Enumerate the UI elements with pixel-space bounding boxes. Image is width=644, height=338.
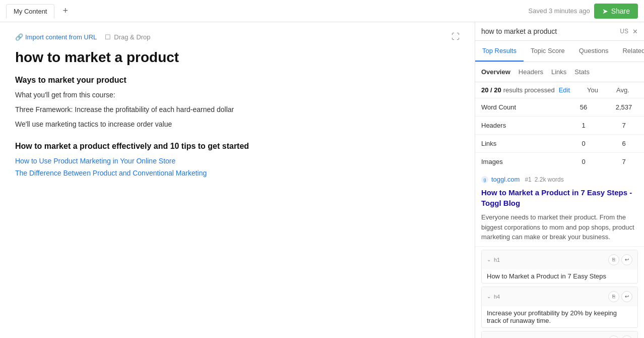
results-count: 20 / 20 <box>481 86 501 94</box>
checkbox-icon: ☐ <box>105 33 111 41</box>
source-domain-link[interactable]: toggl.com <box>491 176 520 183</box>
stat-label: Images <box>475 153 563 171</box>
header-item: ⌄ h2 ⎘ ↩ The challenges of bringing a ne… <box>481 331 638 339</box>
header-action-icons: ⎘ ↩ <box>608 291 632 302</box>
stat-you: 0 <box>563 153 604 171</box>
chevron-icon[interactable]: ⌄ <box>487 294 491 299</box>
top-bar: My Content + Saved 3 minutes ago ➤ Share <box>0 0 644 22</box>
header-item-top: ⌄ h2 ⎘ ↩ <box>482 331 637 339</box>
section-2-heading: How to market a product effectively and … <box>15 142 460 151</box>
results-row: 20 / 20 results processed Edit You Avg. <box>475 82 644 98</box>
sub-tab-stats[interactable]: Stats <box>574 66 590 78</box>
my-content-tab[interactable]: My Content <box>6 4 54 19</box>
stat-avg: 7 <box>604 117 644 135</box>
right-panel: US ✕ Top Results Topic Score Questions R… <box>475 22 644 338</box>
col-you-header: You <box>577 86 608 94</box>
search-locale: US <box>620 28 628 35</box>
table-row: Headers 1 7 <box>475 117 644 135</box>
edit-link[interactable]: Edit <box>559 86 570 94</box>
table-row: Links 0 6 <box>475 135 644 153</box>
share-label: Share <box>611 7 630 15</box>
panel-tabs: Top Results Topic Score Questions Relate… <box>475 41 644 62</box>
section-1-p2: Three Framework: Increase the profitabil… <box>15 104 460 115</box>
search-input[interactable] <box>481 27 616 35</box>
stat-label: Word Count <box>475 98 563 117</box>
section-2-link-1[interactable]: How to Use Product Marketing in Your Onl… <box>15 157 460 165</box>
editor-toolbar: 🔗 Import content from URL ☐ Drag & Drop … <box>15 32 460 41</box>
stat-you: 56 <box>563 98 604 117</box>
copy-icon[interactable]: ⎘ <box>608 291 619 302</box>
sub-tab-links[interactable]: Links <box>551 66 566 78</box>
fullscreen-button[interactable]: ⛶ <box>452 32 460 41</box>
link-icon: 🔗 <box>15 33 23 41</box>
results-list: g toggl.com #1 2.2k words How to Market … <box>475 171 644 338</box>
result-source-row: g toggl.com #1 2.2k words <box>475 171 644 185</box>
search-clear-icon[interactable]: ✕ <box>632 28 638 35</box>
tab-related[interactable]: Related <box>615 41 644 62</box>
header-item: ⌄ h4 ⎘ ↩ Increase your profitability by … <box>481 287 638 328</box>
editor-panel: 🔗 Import content from URL ☐ Drag & Drop … <box>0 22 475 338</box>
insert-icon[interactable]: ↩ <box>621 254 632 265</box>
editor-title: how to market a product <box>15 49 460 66</box>
header-action-icons: ⎘ ↩ <box>608 254 632 265</box>
editor-section-1: Ways to market your product What you'll … <box>15 76 460 130</box>
header-item-top: ⌄ h4 ⎘ ↩ <box>482 287 637 306</box>
source-favicon: g <box>481 176 488 183</box>
saved-status: Saved 3 minutes ago <box>529 7 590 15</box>
source-rank: #1 <box>525 176 531 183</box>
header-text: Increase your profitability by 20% by ke… <box>482 306 637 327</box>
sub-tabs: Overview Headers Links Stats <box>475 62 644 82</box>
header-item: ⌄ h1 ⎘ ↩ How to Market a Product in 7 Ea… <box>481 250 638 284</box>
insert-icon[interactable]: ↩ <box>621 291 632 302</box>
sub-tab-overview[interactable]: Overview <box>481 66 510 78</box>
section-2-link-2[interactable]: The Difference Between Product and Conve… <box>15 169 460 177</box>
stat-avg: 7 <box>604 153 644 171</box>
add-tab-button[interactable]: + <box>58 4 72 18</box>
main-layout: 🔗 Import content from URL ☐ Drag & Drop … <box>0 22 644 338</box>
header-tag: h1 <box>494 257 500 263</box>
stats-table: Word Count 56 2,537 Headers 1 7 Links 0 … <box>475 98 644 171</box>
import-url-link[interactable]: 🔗 Import content from URL <box>15 33 97 41</box>
share-icon: ➤ <box>602 7 608 15</box>
drag-drop-area[interactable]: ☐ Drag & Drop <box>105 33 150 41</box>
stat-avg: 6 <box>604 135 644 153</box>
editor-section-2: How to market a product effectively and … <box>15 142 460 177</box>
section-1-heading: Ways to market your product <box>15 76 460 85</box>
insert-icon[interactable]: ↩ <box>621 335 632 339</box>
table-row: Word Count 56 2,537 <box>475 98 644 117</box>
drag-label: Drag & Drop <box>114 33 150 41</box>
sub-tab-headers[interactable]: Headers <box>519 66 543 78</box>
table-row: Images 0 7 <box>475 153 644 171</box>
tab-questions[interactable]: Questions <box>572 41 616 62</box>
result-description: Everyone needs to market their product. … <box>475 210 644 246</box>
import-url-label: Import content from URL <box>25 33 97 41</box>
header-text: How to Market a Product in 7 Easy Steps <box>482 269 637 283</box>
copy-icon[interactable]: ⎘ <box>608 254 619 265</box>
stat-label: Links <box>475 135 563 153</box>
stat-label: Headers <box>475 117 563 135</box>
search-bar: US ✕ <box>475 22 644 41</box>
copy-icon[interactable]: ⎘ <box>608 335 619 339</box>
stat-you: 1 <box>563 117 604 135</box>
header-item-top: ⌄ h1 ⎘ ↩ <box>482 250 637 269</box>
section-1-p3: We'll use marketing tactics to increase … <box>15 119 460 130</box>
chevron-icon[interactable]: ⌄ <box>487 257 491 262</box>
tab-topic-score[interactable]: Topic Score <box>524 41 572 62</box>
header-action-icons: ⎘ ↩ <box>608 335 632 339</box>
results-label: results processed <box>503 86 555 94</box>
result-divider <box>475 246 644 247</box>
stat-avg: 2,537 <box>604 98 644 117</box>
stat-you: 0 <box>563 135 604 153</box>
result-title[interactable]: How to Market a Product in 7 Easy Steps … <box>475 185 644 210</box>
header-tag: h4 <box>494 294 500 300</box>
source-words: 2.2k words <box>535 176 564 183</box>
section-1-p1: What you'll get from this course: <box>15 90 460 100</box>
share-button[interactable]: ➤ Share <box>594 4 638 19</box>
col-avg-header: Avg. <box>608 86 638 94</box>
tab-top-results[interactable]: Top Results <box>475 41 524 62</box>
